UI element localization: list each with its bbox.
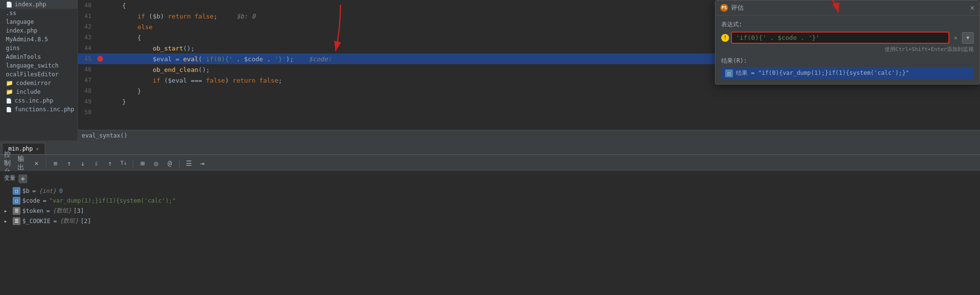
tab-console[interactable]: 控制台 [4, 158, 15, 169]
variable-token[interactable]: ▸ ☰ $token = {数组} [3] [4, 206, 976, 216]
sidebar-item-functions[interactable]: 📄 functions.inc.php [0, 105, 77, 114]
sidebar-item-index2[interactable]: index.php [0, 26, 77, 35]
sidebar-item-myadmin[interactable]: MyAdmin4.8.5 [0, 35, 77, 44]
file-tree: 📄 index.php .ss language index.php MyAdm… [0, 0, 78, 140]
var-icon-cookie: ☰ [13, 217, 20, 225]
toolbar-btn-menu[interactable]: ≡ [50, 158, 61, 169]
eval-result-row: □ 结果 = "if(0){var_dump(1);}if(1){system(… [721, 67, 974, 79]
toolbar-btn-list[interactable]: ☰ [183, 158, 194, 169]
add-watch-button[interactable]: + [18, 174, 27, 183]
code-status-bar: eval_syntax() [78, 130, 980, 140]
eval-result-icon: □ [725, 69, 733, 77]
eval-input-lightbulb: ! [721, 34, 729, 42]
eval-expression-input[interactable]: 'if(0){' . $code . '}' [731, 32, 949, 44]
toolbar-separator-1 [46, 159, 46, 167]
eval-close-button[interactable]: ✕ [970, 4, 975, 12]
toolbar-btn-tsort[interactable]: T↓ [118, 158, 129, 169]
variable-cookie[interactable]: ▸ ☰ $_COOKIE = {数组} [2] [4, 216, 976, 226]
eval-body: 表达式: ! 'if(0){' . $code . '}' ✕ ▼ 使用Ctrl… [715, 16, 980, 84]
bottom-panel: 控制台 输出 × ≡ ↑ ↓ ⇩ ↑ T↓ ⊞ ◎ @ ☰ ⇥ 变量 + [0, 154, 980, 295]
eval-expression-row: ! 'if(0){' . $code . '}' ✕ ▼ [721, 32, 974, 44]
file-icon2: 📄 [6, 98, 12, 104]
sidebar-item-codemirror[interactable]: 📁 codemirror [0, 79, 77, 87]
toolbar-btn-target[interactable]: ◎ [151, 158, 161, 169]
toolbar-btn-down2[interactable]: ⇩ [91, 158, 102, 169]
sidebar-item-localfiles[interactable]: ocalFilesEditor [0, 70, 77, 79]
variable-b: □ $b = {int} 0 [4, 186, 976, 196]
output-close-button[interactable]: × [31, 158, 42, 169]
var-icon-b: □ [13, 187, 20, 195]
sidebar-item-ss[interactable]: .ss [0, 9, 77, 17]
tab-output[interactable]: 输出 [18, 158, 28, 169]
toolbar-btn-up2[interactable]: ↑ [105, 158, 115, 169]
toolbar-separator-2 [133, 159, 133, 167]
code-line-49: 49 } [78, 96, 980, 107]
sidebar-item-css[interactable]: 📄 css.inc.php [0, 96, 77, 105]
file-tab-bar: min.php × [0, 140, 980, 154]
sidebar-item-gins[interactable]: gins [0, 44, 77, 52]
debug-toolbar: 控制台 输出 × ≡ ↑ ↓ ⇩ ↑ T↓ ⊞ ◎ @ ☰ ⇥ [0, 155, 980, 171]
var-icon-code: □ [13, 197, 20, 205]
sidebar-item-index-php[interactable]: 📄 index.php [0, 0, 77, 9]
file-tab-close[interactable]: × [36, 146, 39, 152]
variable-code: □ $code = "var_dump(1);}if(1){system('ca… [4, 196, 976, 206]
var-icon-token: ☰ [13, 207, 20, 215]
folder-icon2: 📁 [6, 88, 13, 95]
toolbar-btn-down[interactable]: ↓ [77, 158, 88, 169]
breakpoint-indicator [97, 56, 103, 62]
eval-dialog: PS 评估 ✕ 表达式: ! 'if(0){' . $code . '}' ✕ … [715, 0, 980, 85]
file-icon: 📄 [6, 1, 13, 8]
sidebar-item-include[interactable]: 📁 include [0, 87, 77, 96]
toolbar-btn-at[interactable]: @ [164, 158, 175, 169]
toolbar-btn-up[interactable]: ↑ [64, 158, 74, 169]
toolbar-btn-indent[interactable]: ⇥ [197, 158, 208, 169]
eval-title-bar: PS 评估 ✕ [715, 0, 980, 16]
eval-clear-button[interactable]: ✕ [951, 34, 960, 42]
toolbar-btn-grid[interactable]: ⊞ [137, 158, 148, 169]
code-line-48: 48 } [78, 86, 980, 96]
eval-logo: PS [720, 4, 728, 12]
sidebar-item-language[interactable]: language [0, 17, 77, 26]
code-line-50: 50 [78, 107, 980, 118]
sidebar-item-admintools[interactable]: AdminTools [0, 52, 77, 61]
file-icon3: 📄 [6, 107, 12, 112]
sidebar-item-langswitch[interactable]: language_switch [0, 61, 77, 70]
toolbar-separator-3 [179, 159, 179, 167]
variables-panel: 变量 + □ $b = {int} 0 □ $code = "var_dump(… [0, 171, 980, 295]
eval-dropdown-button[interactable]: ▼ [962, 32, 974, 44]
folder-icon: 📁 [6, 80, 13, 87]
